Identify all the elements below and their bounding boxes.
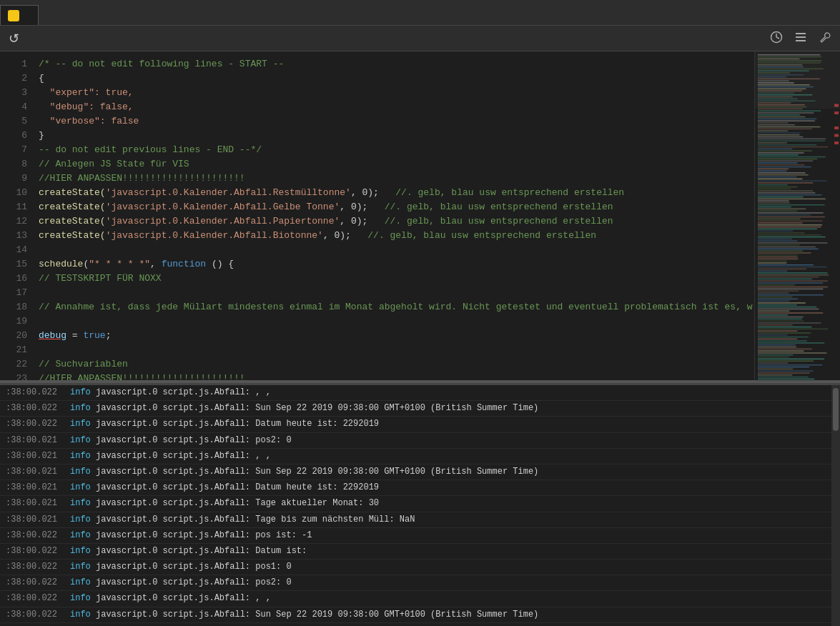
- log-row: :38:00.022infojavascript.0 script.js.Abf…: [0, 607, 831, 623]
- line-number: 16: [6, 272, 27, 286]
- svg-rect-4: [796, 36, 806, 38]
- line-text: [39, 343, 746, 357]
- line-number: 14: [6, 243, 27, 257]
- log-level: info: [70, 560, 96, 574]
- log-time: :38:00.022: [6, 576, 70, 590]
- log-time: :38:00.021: [6, 449, 70, 463]
- wrench-button[interactable]: [816, 29, 834, 48]
- log-time: :38:00.022: [6, 608, 70, 622]
- line-number: 4: [6, 100, 27, 114]
- line-number: 22: [6, 357, 27, 372]
- line-text: createState('javascript.0.Kalender.Abfal…: [39, 186, 746, 200]
- line-text: -- do not edit previous lines - END --*/: [39, 143, 746, 157]
- line-text: // Suchvariablen: [39, 357, 746, 372]
- line-text: createState('javascript.0.Kalender.Abfal…: [39, 229, 746, 243]
- log-level: info: [70, 608, 96, 622]
- line-number: 20: [6, 329, 27, 343]
- scrollbar-thumb[interactable]: [833, 388, 839, 431]
- line-number: 18: [6, 300, 27, 314]
- log-row: :38:00.021infojavascript.0 script.js.Abf…: [0, 464, 831, 480]
- code-line: 9//HIER ANPASSEN!!!!!!!!!!!!!!!!!!!!!!: [0, 172, 754, 186]
- line-text: // Annahme ist, dass jede Müllart mindes…: [39, 300, 753, 314]
- line-text: [39, 243, 746, 257]
- log-row: :38:00.021infojavascript.0 script.js.Abf…: [0, 480, 831, 496]
- list-button[interactable]: [791, 29, 810, 48]
- log-message: javascript.0 script.js.Abfall: Tage aktu…: [96, 497, 826, 510]
- line-text: }: [39, 129, 746, 143]
- line-number: 6: [6, 129, 27, 143]
- log-row: :38:00.022infojavascript.0 script.js.Abf…: [0, 575, 831, 591]
- log-message: javascript.0 script.js.Abfall: , ,: [96, 592, 826, 605]
- log-level: info: [70, 434, 96, 447]
- refresh-button[interactable]: ↺: [6, 29, 22, 48]
- tab-js-icon: [8, 10, 19, 21]
- log-row: :38:00.022infojavascript.0 script.js.Abf…: [0, 560, 831, 575]
- log-time: :38:00.021: [6, 434, 70, 447]
- line-text: "debug": false,: [39, 100, 746, 114]
- line-number: 17: [6, 286, 27, 300]
- code-line: 11createState('javascript.0.Kalender.Abf…: [0, 200, 754, 214]
- code-line: 5 "verbose": false: [0, 114, 754, 129]
- log-level: info: [70, 592, 96, 605]
- line-text: "verbose": false: [39, 114, 746, 129]
- log-level: info: [70, 402, 96, 415]
- log-level: info: [70, 576, 96, 590]
- log-time: :38:00.022: [6, 560, 70, 574]
- log-level: info: [70, 497, 96, 510]
- line-text: // Anlegen JS State für VIS: [39, 157, 746, 172]
- log-content[interactable]: :38:00.022infojavascript.0 script.js.Abf…: [0, 385, 831, 626]
- code-line: 19: [0, 314, 754, 329]
- log-time: :38:00.021: [6, 497, 70, 510]
- log-message: javascript.0 script.js.Abfall: pos2: 0: [96, 576, 826, 590]
- line-number: 15: [6, 257, 27, 272]
- line-number: 1: [6, 57, 27, 71]
- code-content[interactable]: 1/* -- do not edit following lines - STA…: [0, 51, 754, 380]
- log-row: :38:00.021infojavascript.0 script.js.Abf…: [0, 512, 831, 528]
- log-row: :38:00.022infojavascript.0 script.js.Abf…: [0, 401, 831, 417]
- line-text: createState('javascript.0.Kalender.Abfal…: [39, 200, 746, 214]
- tab-abfall[interactable]: [0, 5, 39, 25]
- line-number: 7: [6, 143, 27, 157]
- log-level: info: [70, 545, 96, 558]
- log-row: :38:00.022infojavascript.0 script.js.Abf…: [0, 385, 831, 401]
- log-message: javascript.0 script.js.Abfall: , ,: [96, 449, 826, 463]
- log-message: javascript.0 script.js.Abfall: pos1: 0: [96, 560, 826, 574]
- line-number: 2: [6, 71, 27, 86]
- code-line: 20debug = true;: [0, 329, 754, 343]
- log-time: :38:00.021: [6, 481, 70, 495]
- code-line: 15schedule("* * * * *", function () {: [0, 257, 754, 272]
- log-row: :38:00.022infojavascript.0 script.js.Abf…: [0, 544, 831, 560]
- line-number: 8: [6, 157, 27, 172]
- log-row: :38:00.022infojavascript.0 script.js.Abf…: [0, 528, 831, 544]
- code-line: 18// Annahme ist, dass jede Müllart mind…: [0, 300, 754, 314]
- line-text: debug = true;: [39, 329, 746, 343]
- history-button[interactable]: [767, 29, 786, 48]
- tab-bar: [0, 0, 840, 26]
- log-time: :38:00.021: [6, 465, 70, 479]
- line-text: //HIER ANPASSEN!!!!!!!!!!!!!!!!!!!!!!: [39, 372, 746, 380]
- code-line: 17: [0, 286, 754, 300]
- code-line: 23//HIER ANPASSEN!!!!!!!!!!!!!!!!!!!!!!: [0, 372, 754, 380]
- log-row: :38:00.021infojavascript.0 script.js.Abf…: [0, 433, 831, 449]
- code-line: 3 "expert": true,: [0, 86, 754, 100]
- log-level: info: [70, 465, 96, 479]
- log-message: javascript.0 script.js.Abfall: Sun Sep 2…: [96, 465, 826, 479]
- code-line: 21: [0, 343, 754, 357]
- log-scrollbar[interactable]: [831, 385, 840, 626]
- main-area: 1/* -- do not edit following lines - STA…: [0, 51, 840, 380]
- wrench-icon: [819, 31, 831, 44]
- clock-icon: [770, 31, 783, 44]
- line-number: 5: [6, 114, 27, 129]
- line-number: 10: [6, 186, 27, 200]
- line-number: 9: [6, 172, 27, 186]
- code-line: 2{: [0, 71, 754, 86]
- line-text: //HIER ANPASSEN!!!!!!!!!!!!!!!!!!!!!!: [39, 172, 746, 186]
- log-time: :38:00.022: [6, 592, 70, 605]
- line-number: 11: [6, 200, 27, 214]
- code-line: 16// TESTSKRIPT FÜR NOXX: [0, 272, 754, 286]
- code-line: 13createState('javascript.0.Kalender.Abf…: [0, 229, 754, 243]
- line-text: [39, 314, 746, 329]
- code-line: 1/* -- do not edit following lines - STA…: [0, 57, 754, 71]
- line-text: createState('javascript.0.Kalender.Abfal…: [39, 214, 746, 229]
- code-line: 4 "debug": false,: [0, 100, 754, 114]
